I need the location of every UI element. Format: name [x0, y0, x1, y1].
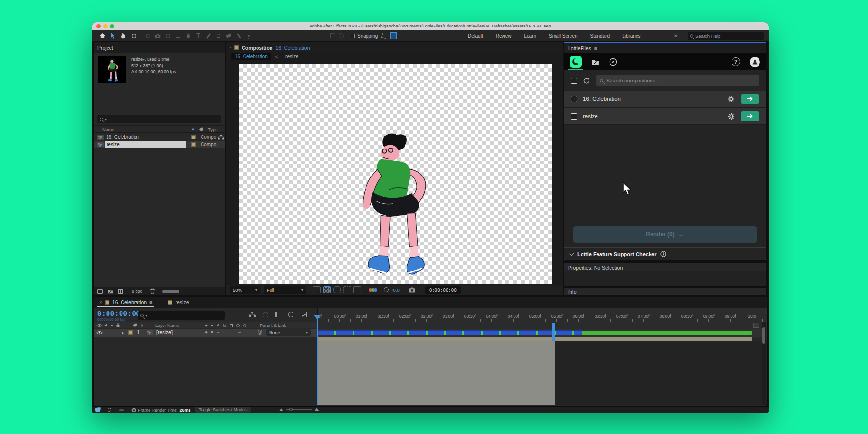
viewer-timecode[interactable]: 0:00:00:00	[425, 286, 461, 294]
titlebar[interactable]: Adobe After Effects 2024 - /Users/nishig…	[92, 22, 769, 30]
workspace-item[interactable]: Standard	[590, 33, 610, 39]
column-type[interactable]: Type	[208, 127, 218, 132]
brush-tool-icon[interactable]	[204, 32, 212, 40]
pan-behind-tool-icon[interactable]	[164, 32, 172, 40]
project-column-headers[interactable]: Name ▲ Type	[94, 125, 225, 133]
minimize-window-button[interactable]	[103, 24, 108, 28]
timeline-vertical-scrollbar[interactable]	[762, 322, 766, 405]
workspace-item[interactable]: Small Screen	[549, 33, 577, 39]
zoom-out-mountain-icon[interactable]	[280, 408, 283, 411]
help-icon[interactable]: ?	[732, 57, 740, 66]
snapping-checkbox[interactable]	[351, 34, 355, 38]
workspace-item[interactable]: Libraries	[622, 33, 640, 39]
eraser-tool-icon[interactable]	[225, 32, 232, 40]
playhead-line[interactable]	[317, 319, 318, 405]
layer-name-column-header[interactable]: Layer Name	[155, 323, 179, 328]
mask-visibility-icon[interactable]	[333, 286, 341, 293]
comp-settings-gear-icon[interactable]	[728, 95, 735, 103]
layer-fx-switch[interactable]: –	[238, 330, 241, 335]
layer-name[interactable]: [resize]	[156, 329, 173, 335]
audio-column-icon[interactable]	[104, 323, 108, 327]
new-comp-icon[interactable]	[118, 289, 123, 294]
workspace-item[interactable]: Learn	[524, 33, 536, 39]
layer-collapse-switch[interactable]	[211, 331, 213, 333]
label-color-swatch[interactable]	[191, 135, 196, 139]
viewer-tab-resize[interactable]: resize	[282, 53, 302, 60]
viewer-tab-celebration[interactable]: 16. Celebration	[231, 53, 271, 60]
chevron-down-icon[interactable]	[570, 251, 574, 256]
frame-blending-icon[interactable]	[275, 312, 281, 317]
motion-blur-icon[interactable]	[288, 312, 294, 317]
search-help-box[interactable]	[688, 32, 764, 40]
zoom-tool-icon[interactable]	[130, 32, 137, 40]
camera-tool-icon[interactable]	[154, 32, 162, 40]
comp-export-arrow-button[interactable]	[741, 94, 759, 104]
properties-header[interactable]: Properties: No Selection	[568, 265, 623, 271]
account-avatar[interactable]	[750, 57, 760, 67]
choose-grid-icon[interactable]	[313, 286, 321, 293]
roto-brush-tool-icon[interactable]	[235, 32, 243, 40]
sort-asc-icon[interactable]: ▲	[191, 127, 195, 130]
zoom-in-mountain-icon[interactable]	[314, 408, 319, 411]
workspace-item[interactable]: Default	[468, 33, 483, 39]
close-tab-icon[interactable]: ×	[99, 300, 102, 305]
channel-icon[interactable]	[369, 288, 377, 292]
time-ruler[interactable]: :00f00:30f01:00f01:30f02:00f02:30f03:00f…	[317, 308, 767, 322]
capture-icon[interactable]	[131, 408, 136, 412]
snap-grid-icon[interactable]	[390, 32, 397, 40]
timeline-tab-resize[interactable]: resize	[166, 297, 190, 308]
comp-export-arrow-button[interactable]	[741, 111, 759, 121]
clone-stamp-tool-icon[interactable]	[215, 32, 222, 40]
feature-support-checker-row[interactable]: Lottie Feature Support Checker	[564, 247, 766, 260]
footage-interpret-icon[interactable]	[97, 289, 103, 294]
label-color-swatch[interactable]	[191, 142, 196, 147]
transparency-grid-icon[interactable]	[323, 286, 331, 293]
info-header[interactable]: Info	[568, 289, 577, 295]
composition-viewer[interactable]	[226, 61, 563, 285]
panel-menu-icon[interactable]: ≡	[116, 45, 119, 51]
project-item-name[interactable]: 16. Celebration	[106, 135, 139, 140]
playhead-handle[interactable]	[314, 315, 321, 320]
refresh-icon[interactable]	[583, 77, 590, 84]
comp-mini-flowchart-icon[interactable]	[249, 312, 256, 317]
magnification-dropdown[interactable]: 50% ▾	[230, 286, 260, 294]
parent-dropdown[interactable]: None ▾	[266, 329, 311, 336]
timeline-search-box[interactable]: ▾	[138, 311, 225, 320]
shape-tool-icon[interactable]	[174, 32, 182, 40]
shy-layers-icon[interactable]	[263, 312, 268, 317]
search-help-input[interactable]	[695, 33, 753, 39]
snapshot-camera-icon[interactable]	[408, 287, 416, 293]
folder-tab-icon[interactable]	[591, 58, 599, 66]
layer-row-resize[interactable]: 1 [resize] – – @ None ▾	[94, 329, 317, 337]
resolution-dropdown[interactable]: Full ▾	[264, 286, 306, 294]
zoom-window-button[interactable]	[110, 24, 114, 28]
render-queue-icon[interactable]	[107, 407, 112, 412]
expand-layer-arrow[interactable]	[122, 331, 124, 335]
timeline-zoom-slider[interactable]	[286, 408, 312, 411]
label-column-icon[interactable]	[132, 323, 137, 327]
column-name[interactable]: Name	[102, 127, 114, 132]
parent-link-column-header[interactable]: Parent & Link	[260, 323, 286, 328]
project-sync-icon[interactable]	[95, 408, 100, 412]
number-column-header[interactable]: #	[141, 323, 143, 328]
composition-panel-label[interactable]: Composition	[242, 45, 272, 51]
lottie-comp-row[interactable]: resize	[564, 108, 766, 125]
character-artwork[interactable]	[341, 132, 443, 281]
type-tool-icon[interactable]: T	[194, 32, 202, 40]
selection-tool-icon[interactable]	[109, 32, 117, 40]
pen-tool-icon[interactable]	[184, 32, 192, 40]
workspace-item[interactable]: Review	[496, 33, 512, 39]
comp-settings-gear-icon[interactable]	[728, 113, 735, 120]
timeline-navigator-band[interactable]	[317, 337, 752, 341]
project-row-celebration[interactable]: 16. Celebration Compo	[94, 134, 225, 141]
rotation-tool-icon[interactable]	[144, 32, 151, 40]
hand-tool-icon[interactable]	[119, 32, 127, 40]
selected-layer-bar[interactable]	[317, 330, 582, 335]
comp-marker-bin-button[interactable]	[753, 323, 760, 328]
lottie-tab-compositions[interactable]	[570, 56, 582, 68]
region-of-interest-icon[interactable]	[343, 286, 351, 293]
exposure-control[interactable]: +0.0	[384, 287, 400, 293]
work-area-band[interactable]	[317, 322, 767, 329]
work-area-end-handle[interactable]	[552, 323, 555, 341]
compositions-search-box[interactable]	[596, 75, 759, 86]
